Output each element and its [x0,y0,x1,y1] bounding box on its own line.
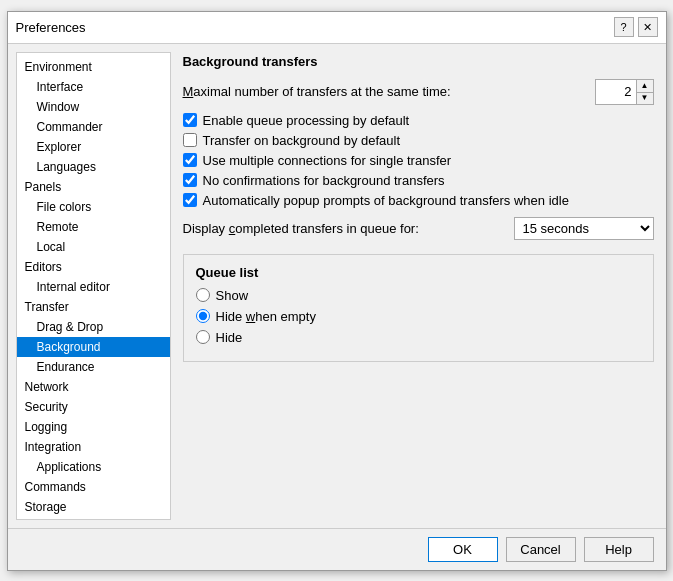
spin-up-button[interactable]: ▲ [637,80,653,92]
checkbox-label-auto_popup[interactable]: Automatically popup prompts of backgroun… [203,193,569,208]
radio-label-hide[interactable]: Hide [216,330,243,345]
sidebar-item-updates[interactable]: Updates [17,517,170,520]
sidebar: EnvironmentInterfaceWindowCommanderExplo… [16,52,171,520]
title-bar-buttons: ? ✕ [614,17,658,37]
max-transfers-group: Maximal number of transfers at the same … [183,79,654,105]
sidebar-item-internaleditor[interactable]: Internal editor [17,277,170,297]
sidebar-item-explorer[interactable]: Explorer [17,137,170,157]
sidebar-item-network[interactable]: Network [17,377,170,397]
checkbox-row-no_confirmations: No confirmations for background transfer… [183,173,654,188]
cancel-button[interactable]: Cancel [506,537,576,562]
radio-row-hide_when_empty: Hide when empty [196,309,641,324]
queue-section: Queue list ShowHide when emptyHide [183,254,654,362]
sidebar-item-background[interactable]: Background [17,337,170,357]
checkbox-label-multiple_connections[interactable]: Use multiple connections for single tran… [203,153,452,168]
sidebar-item-transfer[interactable]: Transfer [17,297,170,317]
radio-hide[interactable] [196,330,210,344]
section-title: Background transfers [183,54,654,69]
checkbox-row-transfer_background: Transfer on background by default [183,133,654,148]
sidebar-item-editors[interactable]: Editors [17,257,170,277]
main-content: Background transfers Maximal number of t… [171,44,666,528]
help-footer-button[interactable]: Help [584,537,654,562]
sidebar-item-environment[interactable]: Environment [17,57,170,77]
sidebar-item-logging[interactable]: Logging [17,417,170,437]
sidebar-item-languages[interactable]: Languages [17,157,170,177]
checkbox-no_confirmations[interactable] [183,173,197,187]
display-label: Display completed transfers in queue for… [183,221,514,236]
display-dropdown[interactable]: 5 seconds10 seconds15 seconds30 seconds1… [514,217,654,240]
sidebar-item-storage[interactable]: Storage [17,497,170,517]
checkbox-multiple_connections[interactable] [183,153,197,167]
ok-button[interactable]: OK [428,537,498,562]
sidebar-item-filecolors[interactable]: File colors [17,197,170,217]
preferences-dialog: Preferences ? ✕ EnvironmentInterfaceWind… [7,11,667,571]
checkbox-label-enable_queue[interactable]: Enable queue processing by default [203,113,410,128]
sidebar-item-panels[interactable]: Panels [17,177,170,197]
checkboxes-container: Enable queue processing by defaultTransf… [183,113,654,213]
checkbox-row-enable_queue: Enable queue processing by default [183,113,654,128]
checkbox-auto_popup[interactable] [183,193,197,207]
checkbox-row-multiple_connections: Use multiple connections for single tran… [183,153,654,168]
sidebar-item-endurance[interactable]: Endurance [17,357,170,377]
radio-label-hide_when_empty[interactable]: Hide when empty [216,309,316,324]
sidebar-item-integration[interactable]: Integration [17,437,170,457]
display-dropdown-row: Display completed transfers in queue for… [183,217,654,240]
sidebar-item-window[interactable]: Window [17,97,170,117]
sidebar-item-applications[interactable]: Applications [17,457,170,477]
checkbox-label-transfer_background[interactable]: Transfer on background by default [203,133,401,148]
sidebar-item-commands[interactable]: Commands [17,477,170,497]
close-button[interactable]: ✕ [638,17,658,37]
max-transfers-label: Maximal number of transfers at the same … [183,84,595,99]
sidebar-item-security[interactable]: Security [17,397,170,417]
checkbox-enable_queue[interactable] [183,113,197,127]
radio-show[interactable] [196,288,210,302]
spin-buttons: ▲ ▼ [636,80,653,104]
dialog-body: EnvironmentInterfaceWindowCommanderExplo… [8,44,666,528]
dialog-footer: OK Cancel Help [8,528,666,570]
radio-label-show[interactable]: Show [216,288,249,303]
radio-row-hide: Hide [196,330,641,345]
sidebar-item-local[interactable]: Local [17,237,170,257]
checkbox-row-auto_popup: Automatically popup prompts of backgroun… [183,193,654,208]
max-transfers-input[interactable] [596,80,636,104]
checkbox-label-no_confirmations[interactable]: No confirmations for background transfer… [203,173,445,188]
checkbox-transfer_background[interactable] [183,133,197,147]
sidebar-item-commander[interactable]: Commander [17,117,170,137]
radio-hide_when_empty[interactable] [196,309,210,323]
sidebar-item-remote[interactable]: Remote [17,217,170,237]
queue-section-title: Queue list [196,265,641,280]
title-bar: Preferences ? ✕ [8,12,666,44]
sidebar-item-interface[interactable]: Interface [17,77,170,97]
radios-container: ShowHide when emptyHide [196,288,641,345]
radio-row-show: Show [196,288,641,303]
max-transfers-spinner[interactable]: ▲ ▼ [595,79,654,105]
help-button[interactable]: ? [614,17,634,37]
spin-down-button[interactable]: ▼ [637,92,653,104]
dialog-title: Preferences [16,20,86,35]
sidebar-item-draganddrop[interactable]: Drag & Drop [17,317,170,337]
